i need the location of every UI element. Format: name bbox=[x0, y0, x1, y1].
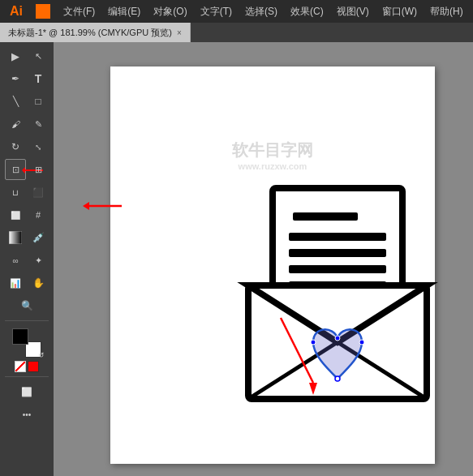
envelope-illustration bbox=[224, 180, 451, 407]
svg-rect-6 bbox=[289, 249, 386, 257]
warp-icon: ⊡ bbox=[12, 165, 19, 175]
tool-row-9: 💉 bbox=[5, 227, 49, 248]
symbol-sprayer-tool[interactable]: ✦ bbox=[28, 250, 49, 271]
svg-rect-4 bbox=[293, 212, 358, 221]
blend-icon: ∞ bbox=[12, 256, 18, 265]
tool-row-5: ↻ ⤡ bbox=[5, 136, 49, 157]
tabbar: 未标题-1* @ 181.99% (CMYK/GPU 预览) × bbox=[0, 23, 473, 42]
toolbar-separator-2 bbox=[5, 376, 49, 377]
menu-window[interactable]: 窗口(W) bbox=[376, 3, 424, 20]
more-tools-button[interactable]: ••• bbox=[16, 404, 37, 425]
select-tool[interactable]: ▶ bbox=[5, 45, 26, 66]
menu-help[interactable]: 帮助(H) bbox=[424, 3, 470, 20]
svg-marker-22 bbox=[83, 202, 89, 210]
rotate-tool[interactable]: ↻ bbox=[5, 136, 26, 157]
menu-object[interactable]: 对象(O) bbox=[147, 3, 193, 20]
tool-row-1: ▶ ↖ bbox=[5, 45, 49, 66]
artboard: 软牛目字网 www.ruzxw.com bbox=[110, 66, 435, 464]
direct-select-tool[interactable]: ↖ bbox=[28, 45, 49, 66]
gradient-icon bbox=[9, 231, 22, 244]
red-swatch[interactable] bbox=[28, 361, 39, 372]
svg-rect-2 bbox=[9, 231, 22, 244]
line-tool[interactable]: ╲ bbox=[5, 91, 26, 112]
menu-edit[interactable]: 编辑(E) bbox=[101, 3, 147, 20]
column-graph-tool[interactable]: 📊 bbox=[5, 272, 26, 294]
envelope-svg bbox=[224, 180, 451, 407]
select-icon: ▶ bbox=[11, 50, 19, 62]
scale-icon: ⤡ bbox=[35, 143, 41, 152]
zoom-icon: 🔍 bbox=[21, 300, 33, 311]
tab-close-button[interactable]: × bbox=[177, 28, 182, 37]
scale-tool[interactable]: ⤡ bbox=[28, 136, 49, 157]
perspective-tool[interactable]: ⬜ bbox=[5, 204, 26, 225]
tool-row-2: ✒ T bbox=[5, 68, 49, 89]
tool-row-12: 🔍 bbox=[16, 295, 37, 316]
svg-point-15 bbox=[311, 340, 316, 345]
document-tab[interactable]: 未标题-1* @ 181.99% (CMYK/GPU 预览) × bbox=[0, 23, 191, 42]
watermark: 软牛目字网 www.ruzxw.com bbox=[232, 139, 313, 171]
toolbar: ▶ ↖ ✒ T ╲ □ 🖌 ✎ bbox=[0, 42, 54, 476]
svg-point-17 bbox=[335, 336, 340, 341]
warp-tool[interactable]: ⊡ bbox=[5, 159, 26, 180]
menu-type[interactable]: 文字(T) bbox=[194, 3, 239, 20]
main-layout: ▶ ↖ ✒ T ╲ □ 🖌 ✎ bbox=[0, 42, 473, 476]
tool-row-11: 📊 ✋ bbox=[5, 272, 49, 294]
mesh-icon: # bbox=[36, 210, 41, 220]
paintbrush-icon: 🖌 bbox=[11, 119, 20, 129]
tool-row-3: ╲ □ bbox=[5, 91, 49, 112]
free-transform-tool[interactable]: ⊞ bbox=[28, 159, 49, 180]
pen-icon: ✒ bbox=[11, 73, 19, 84]
shape-builder-tool[interactable]: ⊔ bbox=[5, 182, 26, 203]
eyedropper-icon: 💉 bbox=[32, 232, 45, 243]
type-icon: T bbox=[35, 72, 42, 85]
app-icon bbox=[36, 4, 50, 19]
live-paint-tool[interactable]: ⬛ bbox=[28, 182, 49, 203]
tool-row-8: ⬜ # bbox=[5, 204, 49, 225]
pencil-tool[interactable]: ✎ bbox=[28, 114, 49, 135]
menu-view[interactable]: 视图(V) bbox=[330, 3, 376, 20]
toolbar-separator-1 bbox=[5, 320, 49, 321]
menu-effect[interactable]: 效果(C) bbox=[284, 3, 330, 20]
free-transform-icon: ⊞ bbox=[35, 165, 42, 175]
rect-icon: □ bbox=[35, 96, 41, 107]
svg-rect-7 bbox=[289, 265, 386, 273]
svg-marker-1 bbox=[22, 167, 25, 174]
perspective-icon: ⬜ bbox=[11, 211, 20, 220]
foreground-color-box[interactable] bbox=[12, 328, 28, 345]
pencil-icon: ✎ bbox=[35, 119, 42, 130]
svg-rect-5 bbox=[289, 233, 386, 241]
hand-tool[interactable]: ✋ bbox=[28, 272, 49, 294]
type-tool[interactable]: T bbox=[28, 68, 49, 89]
watermark-line1: 软牛目字网 bbox=[232, 139, 313, 161]
app-logo: Ai bbox=[3, 4, 29, 19]
zoom-tool[interactable]: 🔍 bbox=[16, 295, 37, 316]
column-graph-icon: 📊 bbox=[10, 278, 21, 289]
rect-tool[interactable]: □ bbox=[28, 91, 49, 112]
color-boxes: ↺ bbox=[12, 328, 41, 358]
menu-select[interactable]: 选择(S) bbox=[239, 3, 284, 20]
gradient-tool[interactable] bbox=[5, 227, 26, 248]
canvas-area: 软牛目字网 www.ruzxw.com bbox=[54, 42, 473, 476]
svg-point-18 bbox=[335, 376, 340, 381]
none-swatch[interactable] bbox=[15, 361, 26, 372]
menubar: Ai 文件(F) 编辑(E) 对象(O) 文字(T) 选择(S) 效果(C) 视… bbox=[0, 0, 473, 23]
tool-row-6: ⊡ ⊞ bbox=[5, 159, 49, 180]
screen-mode-icon: ⬜ bbox=[21, 387, 32, 397]
menu-file[interactable]: 文件(F) bbox=[57, 3, 101, 20]
line-icon: ╲ bbox=[13, 96, 19, 107]
tool-row-screen: ⬜ bbox=[16, 381, 37, 402]
svg-point-16 bbox=[359, 340, 364, 345]
small-swatches bbox=[15, 361, 39, 372]
rotate-icon: ↻ bbox=[11, 141, 19, 152]
watermark-line2: www.ruzxw.com bbox=[232, 161, 313, 171]
paintbrush-tool[interactable]: 🖌 bbox=[5, 114, 26, 135]
tool-row-extra: ••• bbox=[16, 404, 37, 425]
tool-row-4: 🖌 ✎ bbox=[5, 114, 49, 135]
mesh-tool[interactable]: # bbox=[28, 204, 49, 225]
pen-tool[interactable]: ✒ bbox=[5, 68, 26, 89]
blend-tool[interactable]: ∞ bbox=[5, 250, 26, 271]
eyedropper-tool[interactable]: 💉 bbox=[28, 227, 49, 248]
screen-mode-button[interactable]: ⬜ bbox=[16, 381, 37, 402]
reset-colors-icon[interactable]: ↺ bbox=[38, 351, 45, 359]
tool-row-7: ⊔ ⬛ bbox=[5, 182, 49, 203]
